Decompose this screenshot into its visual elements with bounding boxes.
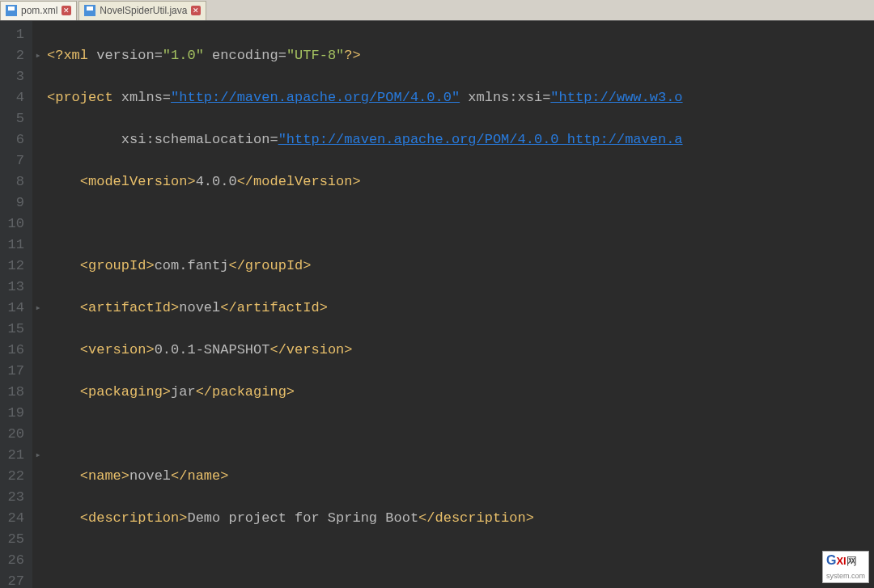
fold-marker bbox=[32, 550, 44, 571]
line-number: 26 bbox=[6, 550, 24, 571]
fold-marker bbox=[32, 171, 44, 192]
fold-marker bbox=[32, 508, 44, 529]
tab-label: pom.xml bbox=[21, 5, 57, 16]
fold-marker bbox=[32, 256, 44, 277]
close-icon[interactable]: ✕ bbox=[62, 6, 71, 15]
line-number: 12 bbox=[6, 256, 24, 277]
line-number: 24 bbox=[6, 508, 24, 529]
line-number: 15 bbox=[6, 319, 24, 340]
line-number: 21 bbox=[6, 445, 24, 466]
line-number: 22 bbox=[6, 466, 24, 487]
code-line: <?xml version="1.0" encoding="UTF-8"?> bbox=[47, 45, 874, 66]
fold-marker bbox=[32, 87, 44, 108]
line-number: 4 bbox=[6, 87, 24, 108]
fold-marker[interactable]: ▸ bbox=[32, 45, 44, 66]
tab-label: NovelSpiderUtil.java bbox=[100, 5, 187, 16]
line-number-gutter: 1234567891011121314151617181920212223242… bbox=[0, 21, 32, 588]
fold-marker bbox=[32, 214, 44, 235]
fold-marker bbox=[32, 150, 44, 171]
fold-marker bbox=[32, 403, 44, 424]
line-number: 23 bbox=[6, 487, 24, 508]
line-number: 6 bbox=[6, 129, 24, 150]
fold-marker bbox=[32, 487, 44, 508]
fold-marker bbox=[32, 382, 44, 403]
fold-marker bbox=[32, 24, 44, 45]
save-icon bbox=[84, 5, 95, 16]
fold-marker[interactable]: ▸ bbox=[32, 298, 44, 319]
code-line: <name>novel</name> bbox=[47, 466, 874, 487]
line-number: 14 bbox=[6, 298, 24, 319]
fold-marker bbox=[32, 108, 44, 129]
code-line: <packaging>jar</packaging> bbox=[47, 382, 874, 403]
code-line: <modelVersion>4.0.0</modelVersion> bbox=[47, 171, 874, 192]
save-icon bbox=[6, 5, 17, 16]
fold-marker bbox=[32, 129, 44, 150]
fold-marker bbox=[32, 361, 44, 382]
line-number: 1 bbox=[6, 24, 24, 45]
line-number: 10 bbox=[6, 214, 24, 235]
fold-marker bbox=[32, 192, 44, 214]
line-number: 16 bbox=[6, 340, 24, 361]
line-number: 18 bbox=[6, 382, 24, 403]
code-line: <artifactId>novel</artifactId> bbox=[47, 298, 874, 319]
fold-marker bbox=[32, 277, 44, 298]
code-editor[interactable]: 1234567891011121314151617181920212223242… bbox=[0, 21, 874, 588]
fold-marker bbox=[32, 319, 44, 340]
close-icon[interactable]: ✕ bbox=[191, 6, 201, 15]
line-number: 3 bbox=[6, 66, 24, 87]
line-number: 20 bbox=[6, 424, 24, 445]
code-line bbox=[47, 424, 874, 445]
watermark-logo: GXI网 system.com bbox=[822, 551, 869, 583]
line-number: 19 bbox=[6, 403, 24, 424]
line-number: 11 bbox=[6, 235, 24, 256]
tab-bar: pom.xml ✕ NovelSpiderUtil.java ✕ bbox=[0, 0, 874, 21]
fold-marker bbox=[32, 466, 44, 487]
code-area[interactable]: <?xml version="1.0" encoding="UTF-8"?> <… bbox=[44, 21, 874, 588]
code-line: <version>0.0.1-SNAPSHOT</version> bbox=[47, 340, 874, 361]
fold-marker bbox=[32, 235, 44, 256]
tab-novelspiderutil[interactable]: NovelSpiderUtil.java ✕ bbox=[78, 1, 206, 20]
tab-pom-xml[interactable]: pom.xml ✕ bbox=[0, 1, 77, 20]
line-number: 7 bbox=[6, 150, 24, 171]
code-line bbox=[47, 214, 874, 235]
line-number: 25 bbox=[6, 529, 24, 550]
line-number: 5 bbox=[6, 108, 24, 129]
fold-marker[interactable]: ▸ bbox=[32, 445, 44, 466]
code-line: <project xmlns="http://maven.apache.org/… bbox=[47, 87, 874, 108]
fold-marker bbox=[32, 340, 44, 361]
code-line: <description>Demo project for Spring Boo… bbox=[47, 508, 874, 529]
fold-column: ▸▸▸ bbox=[32, 21, 44, 588]
fold-marker bbox=[32, 571, 44, 588]
line-number: 17 bbox=[6, 361, 24, 382]
code-line bbox=[47, 550, 874, 571]
line-number: 13 bbox=[6, 277, 24, 298]
line-number: 8 bbox=[6, 171, 24, 192]
fold-marker bbox=[32, 424, 44, 445]
line-number: 2 bbox=[6, 45, 24, 66]
fold-marker bbox=[32, 529, 44, 550]
line-number: 9 bbox=[6, 192, 24, 214]
line-number: 27 bbox=[6, 571, 24, 588]
fold-marker bbox=[32, 66, 44, 87]
code-line: <groupId>com.fantj</groupId> bbox=[47, 256, 874, 277]
code-line: xsi:schemaLocation="http://maven.apache.… bbox=[47, 129, 874, 150]
